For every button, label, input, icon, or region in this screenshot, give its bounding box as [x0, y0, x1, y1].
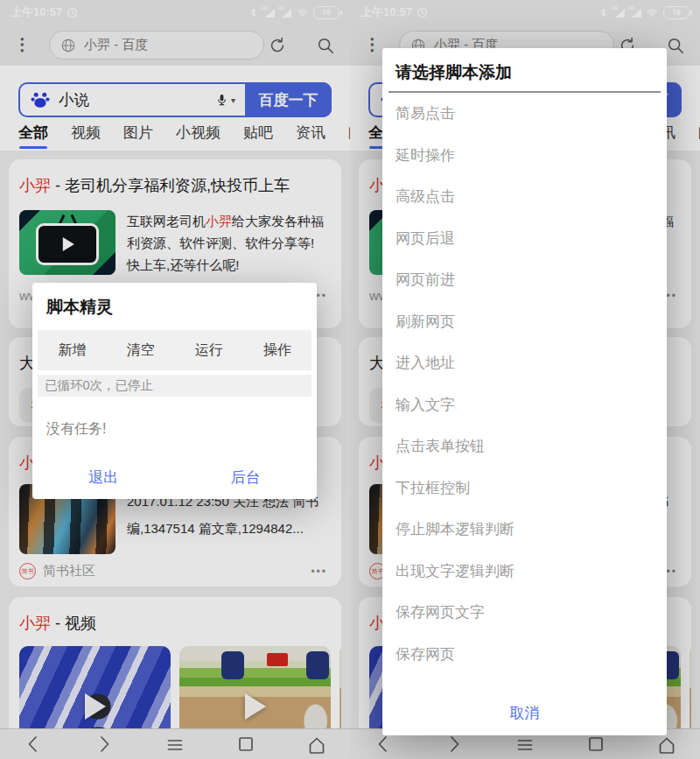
dialog-action-bar: 新增 清空 运行 操作 [38, 330, 312, 370]
phone-screen-right: 上午10:57 HD HD 76 ⋮ 小羿 - 百度 小说 ▾ 百度一下 [350, 0, 700, 759]
dialog-title: 请选择脚本添加 [382, 48, 667, 82]
dialog-title: 脚本精灵 [32, 283, 317, 319]
list-item-page-forward[interactable]: 网页前进 [382, 259, 667, 301]
list-item-dropdown-control[interactable]: 下拉框控制 [382, 467, 667, 510]
list-item-simple-click[interactable]: 简易点击 [382, 93, 667, 135]
list-item-text-logic[interactable]: 出现文字逻辑判断 [382, 551, 667, 593]
script-type-list: 简易点击 延时操作 高级点击 网页后退 网页前进 刷新网页 进入地址 输入文字 … [382, 93, 667, 675]
run-button[interactable]: 运行 [195, 341, 223, 360]
list-item-page-back[interactable]: 网页后退 [382, 218, 667, 260]
list-item-save-page-text[interactable]: 保存网页文字 [382, 592, 667, 634]
list-item-click-form-button[interactable]: 点击表单按钮 [382, 425, 667, 467]
list-item-save-page[interactable]: 保存网页 [382, 634, 667, 676]
script-genie-dialog: 脚本精灵 新增 清空 运行 操作 已循环0次，已停止 没有任务! 退出 后台 [32, 283, 317, 499]
operate-button[interactable]: 操作 [263, 341, 291, 360]
list-item-refresh-page[interactable]: 刷新网页 [382, 301, 667, 343]
empty-task-text: 没有任务! [46, 420, 317, 439]
list-item-advanced-click[interactable]: 高级点击 [382, 176, 667, 218]
phone-screen-left: 上午10:57 HD HD 76 ⋮ 小羿 - 百度 小说 ▾ 百度一下 [0, 0, 350, 759]
loop-status-text: 已循环0次，已停止 [38, 375, 312, 397]
add-script-button[interactable]: 新增 [58, 341, 86, 360]
background-button[interactable]: 后台 [231, 467, 261, 488]
clear-button[interactable]: 清空 [126, 341, 154, 360]
exit-button[interactable]: 退出 [88, 467, 118, 488]
list-item-goto-address[interactable]: 进入地址 [382, 342, 667, 384]
add-script-dialog: 请选择脚本添加 简易点击 延时操作 高级点击 网页后退 网页前进 刷新网页 进入… [382, 48, 667, 735]
list-item-delay[interactable]: 延时操作 [382, 135, 667, 177]
list-item-stop-logic[interactable]: 停止脚本逻辑判断 [382, 509, 667, 551]
list-item-input-text[interactable]: 输入文字 [382, 384, 667, 426]
cancel-button[interactable]: 取消 [382, 703, 667, 723]
